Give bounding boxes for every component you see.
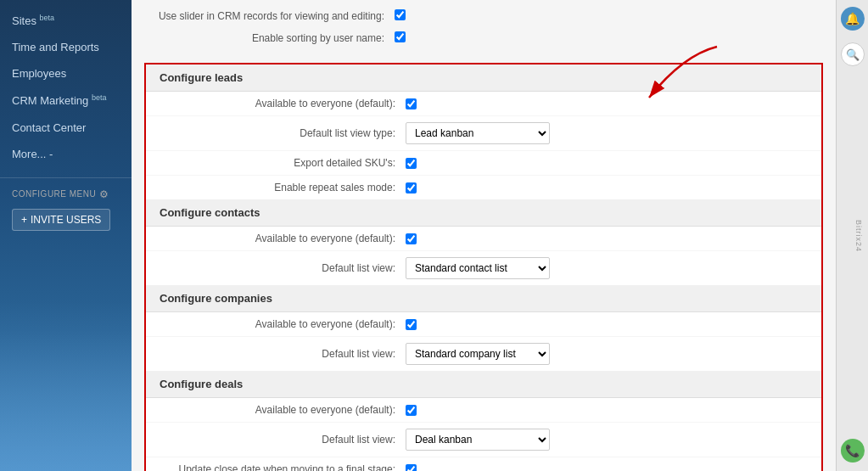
deals-available-label: Available to everyone (default): [160, 404, 406, 416]
invite-users-label: INVITE USERS [31, 214, 101, 226]
companies-view-select[interactable]: Standard company list Company kanban [406, 343, 550, 365]
sorting-setting-row: Enable sorting by user name: [148, 27, 819, 49]
leads-available-checkbox[interactable] [406, 98, 417, 109]
configure-deals-header: Configure deals [146, 371, 821, 398]
leads-sku-field [406, 158, 417, 169]
deals-available-checkbox[interactable] [406, 405, 417, 416]
leads-view-type-field: Lead kanban Standard lead list [406, 122, 550, 144]
leads-view-type-row: Default list view type: Lead kanban Stan… [146, 116, 821, 151]
search-icon[interactable]: 🔍 [841, 42, 865, 66]
sidebar-item-more[interactable]: More... - [0, 141, 132, 167]
contacts-view-select[interactable]: Standard contact list Contact kanban [406, 257, 550, 279]
leads-available-row: Available to everyone (default): [146, 92, 821, 116]
leads-view-type-select[interactable]: Lead kanban Standard lead list [406, 122, 550, 144]
configure-companies-section: Configure companies Available to everyon… [146, 285, 821, 371]
companies-available-label: Available to everyone (default): [160, 318, 406, 330]
deals-close-date-checkbox[interactable] [406, 464, 417, 472]
sidebar: Sites beta Time and Reports Employees CR… [0, 0, 132, 471]
sites-badge: beta [40, 14, 55, 22]
contacts-view-label: Default list view: [160, 262, 406, 274]
deals-available-row: Available to everyone (default): [146, 398, 821, 423]
sidebar-item-employees[interactable]: Employees [0, 60, 132, 87]
plus-icon: + [21, 214, 27, 226]
leads-repeat-row: Enable repeat sales mode: [146, 176, 821, 199]
sidebar-item-label: More... - [12, 148, 53, 160]
deals-available-field [406, 405, 417, 416]
leads-available-field [406, 98, 417, 109]
leads-available-label: Available to everyone (default): [160, 98, 406, 109]
leads-sku-label: Export detailed SKU's: [160, 157, 406, 169]
leads-repeat-field [406, 182, 417, 193]
leads-repeat-checkbox[interactable] [406, 182, 417, 193]
deals-close-date-label: Update close date when moving to a final… [160, 463, 406, 471]
bitrix-label: Bitrix24 [854, 219, 863, 251]
leads-view-type-label: Default list view type: [160, 127, 406, 139]
sidebar-item-label: Time and Reports [12, 41, 99, 53]
configure-deals-section: Configure deals Available to everyone (d… [146, 371, 821, 471]
companies-available-checkbox[interactable] [406, 319, 417, 330]
contacts-view-row: Default list view: Standard contact list… [146, 251, 821, 285]
crm-marketing-badge: beta [92, 93, 107, 102]
deals-close-date-field [406, 464, 417, 472]
companies-view-row: Default list view: Standard company list… [146, 337, 821, 371]
slider-setting-row: Use slider in CRM records for viewing an… [148, 5, 819, 27]
configure-block: Configure leads Available to everyone (d… [144, 63, 823, 471]
sidebar-item-contact-center[interactable]: Contact Center [0, 115, 132, 141]
sorting-setting-label: Enable sorting by user name: [148, 32, 395, 44]
sorting-setting-checkbox[interactable] [395, 31, 406, 42]
companies-view-field: Standard company list Company kanban [406, 343, 550, 365]
leads-repeat-label: Enable repeat sales mode: [160, 182, 406, 193]
contacts-available-label: Available to everyone (default): [160, 233, 406, 244]
sidebar-nav: Sites beta Time and Reports Employees CR… [0, 0, 132, 174]
sorting-setting-field [395, 31, 406, 45]
sidebar-item-label: CRM Marketing beta [12, 93, 106, 107]
configure-menu-section: CONFIGURE MENU ⚙ [0, 182, 132, 204]
gear-icon[interactable]: ⚙ [99, 188, 109, 200]
phone-icon[interactable]: 📞 [841, 439, 865, 463]
leads-sku-row: Export detailed SKU's: [146, 151, 821, 176]
leads-sku-checkbox[interactable] [406, 158, 417, 169]
contacts-available-field [406, 233, 417, 244]
companies-view-label: Default list view: [160, 348, 406, 360]
sidebar-item-label: Sites beta [12, 14, 54, 27]
deals-close-date-row: Update close date when moving to a final… [146, 457, 821, 471]
sidebar-divider [0, 177, 132, 178]
companies-available-row: Available to everyone (default): [146, 312, 821, 337]
configure-menu-label: CONFIGURE MENU [12, 189, 96, 199]
notification-icon[interactable]: 🔔 [841, 7, 865, 31]
deals-view-select[interactable]: Deal kanban Standard deal list [406, 429, 550, 451]
companies-available-field [406, 319, 417, 330]
sidebar-item-time-reports[interactable]: Time and Reports [0, 34, 132, 60]
contacts-view-field: Standard contact list Contact kanban [406, 257, 550, 279]
sidebar-item-crm-marketing[interactable]: CRM Marketing beta [0, 87, 132, 114]
slider-setting-checkbox[interactable] [395, 9, 406, 20]
invite-users-button[interactable]: + INVITE USERS [12, 209, 110, 231]
slider-setting-label: Use slider in CRM records for viewing an… [148, 10, 395, 22]
contacts-available-row: Available to everyone (default): [146, 227, 821, 251]
sidebar-item-label: Contact Center [12, 121, 86, 134]
configure-leads-header: Configure leads [146, 64, 821, 92]
configure-leads-section: Configure leads Available to everyone (d… [146, 64, 821, 199]
right-panel: 🔔 🔍 Bitrix24 📞 [836, 0, 868, 471]
configure-companies-header: Configure companies [146, 285, 821, 312]
main-content: Use slider in CRM records for viewing an… [132, 0, 836, 471]
top-settings-area: Use slider in CRM records for viewing an… [132, 0, 836, 54]
configure-contacts-section: Configure contacts Available to everyone… [146, 199, 821, 285]
slider-setting-field [395, 9, 406, 23]
deals-view-field: Deal kanban Standard deal list [406, 429, 550, 451]
contacts-available-checkbox[interactable] [406, 233, 417, 244]
deals-view-label: Default list view: [160, 434, 406, 446]
sidebar-item-label: Employees [12, 67, 66, 80]
deals-view-row: Default list view: Deal kanban Standard … [146, 423, 821, 457]
configure-contacts-header: Configure contacts [146, 199, 821, 227]
sidebar-item-sites[interactable]: Sites beta [0, 7, 132, 34]
